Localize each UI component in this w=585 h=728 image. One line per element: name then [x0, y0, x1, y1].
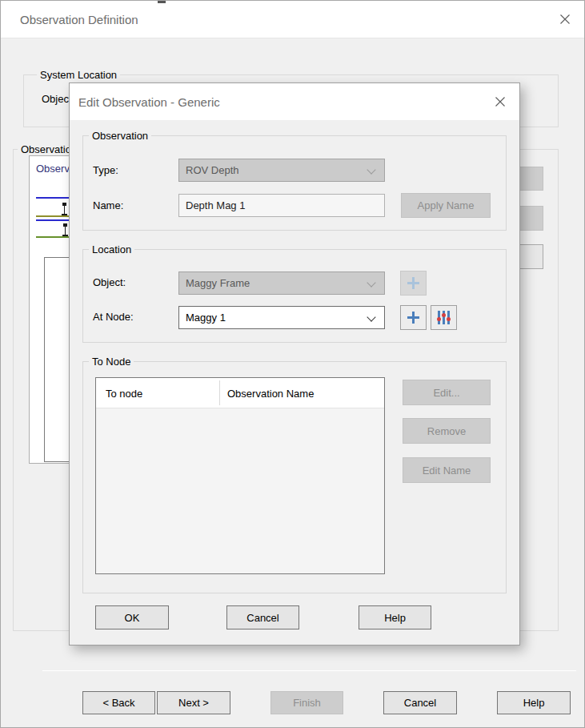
type-label: Type:	[93, 164, 118, 176]
node-settings-button[interactable]	[431, 305, 457, 330]
next-button[interactable]: Next >	[157, 691, 230, 714]
wizard-help-button[interactable]: Help	[497, 691, 571, 714]
chevron-down-icon	[367, 165, 375, 174]
wizard-title: Observation Definition	[20, 1, 138, 38]
wizard-separator	[42, 670, 576, 671]
object-value: Maggy Frame	[186, 277, 250, 289]
observation-group-label: Observation	[89, 130, 151, 142]
column-divider[interactable]	[219, 380, 220, 405]
at-node-label: At Node:	[93, 311, 134, 323]
chevron-down-icon	[367, 312, 375, 321]
name-label: Name:	[93, 199, 123, 211]
plus-icon	[407, 277, 419, 289]
plus-icon	[407, 312, 419, 324]
add-node-button[interactable]	[400, 305, 427, 330]
edit-button: Edit...	[403, 380, 491, 405]
screen: Observation Definition System Location O…	[0, 0, 585, 728]
wizard-titlebar: Observation Definition	[1, 1, 584, 38]
background-window-edge	[158, 1, 166, 3]
at-node-value: Maggy 1	[186, 312, 226, 324]
modal-title: Edit Observation - Generic	[78, 83, 220, 121]
column-header-to-node[interactable]: To node	[106, 388, 142, 400]
sliders-icon	[437, 311, 451, 324]
at-node-combobox[interactable]: Maggy 1	[178, 306, 385, 329]
modal-close-button[interactable]	[489, 92, 511, 113]
type-combobox: ROV Depth	[178, 159, 385, 182]
object-combobox: Maggy Frame	[178, 271, 385, 295]
type-value: ROV Depth	[186, 164, 238, 176]
to-node-group-label: To Node	[89, 356, 134, 368]
column-header-observation-name[interactable]: Observation Name	[227, 388, 314, 400]
close-icon	[559, 14, 571, 27]
back-button[interactable]: < Back	[82, 691, 155, 714]
modal-cancel-button[interactable]: Cancel	[226, 605, 299, 629]
wizard-cancel-button[interactable]: Cancel	[383, 691, 457, 714]
finish-button: Finish	[270, 691, 343, 714]
remove-button: Remove	[403, 418, 491, 444]
add-object-node-button	[400, 271, 427, 296]
apply-name-button: Apply Name	[401, 193, 491, 218]
depth-node-icon	[62, 223, 68, 236]
ok-button[interactable]: OK	[95, 605, 169, 629]
to-node-list-header: To node Observation Name	[96, 378, 384, 408]
close-icon	[495, 96, 506, 110]
system-location-group-label: System Location	[37, 69, 120, 81]
edit-name-button: Edit Name	[403, 457, 491, 483]
chevron-down-icon	[367, 278, 375, 287]
location-object-label: Object:	[93, 276, 126, 288]
name-input[interactable]: Depth Mag 1	[178, 194, 385, 217]
modal-titlebar: Edit Observation - Generic	[70, 83, 519, 121]
location-group-label: Location	[89, 243, 134, 255]
modal-help-button[interactable]: Help	[359, 605, 431, 629]
to-node-list[interactable]: To node Observation Name	[95, 377, 385, 574]
depth-node-icon	[62, 203, 67, 215]
edit-observation-dialog: Edit Observation - Generic Observation T…	[69, 82, 520, 646]
wizard-close-button[interactable]	[554, 10, 576, 30]
